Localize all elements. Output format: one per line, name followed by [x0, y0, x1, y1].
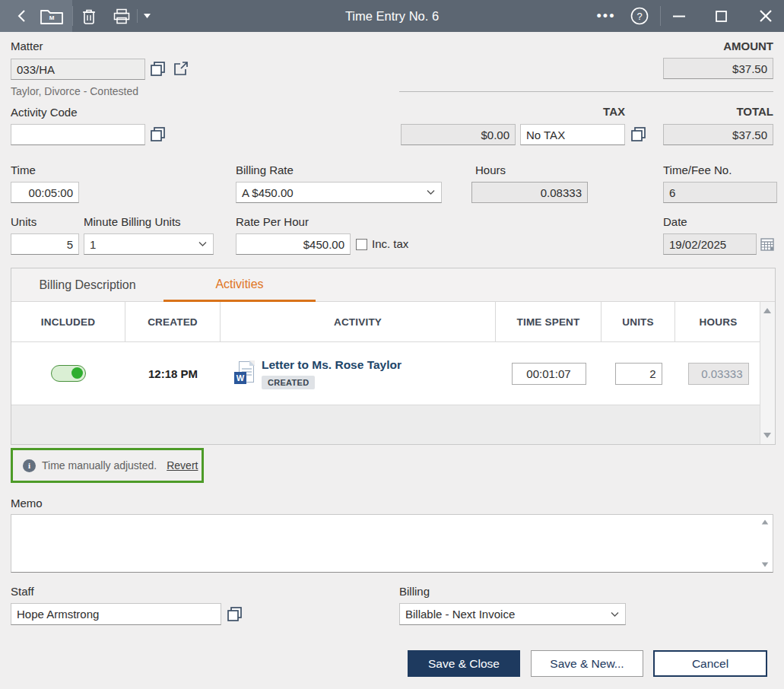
staff-browse-icon[interactable]	[227, 606, 243, 622]
matter-folder-button[interactable]: M	[37, 0, 67, 32]
activity-code-input[interactable]	[11, 124, 145, 145]
col-header-created: CREATED	[125, 302, 221, 341]
memo-scroll-down-icon[interactable]	[762, 563, 769, 567]
amount-field: $37.50	[663, 58, 773, 79]
matter-value: 033/HA	[17, 63, 55, 76]
table-header-row: INCLUDED CREATED ACTIVITY TIME SPENT UNI…	[11, 302, 761, 342]
tax-browse-icon[interactable]	[630, 126, 646, 142]
close-button[interactable]	[753, 0, 779, 32]
amount-label: AMOUNT	[663, 40, 773, 52]
staff-value: Hope Armstrong	[17, 608, 99, 621]
units-label: Units	[11, 215, 37, 228]
billing-rate-select[interactable]: A $450.00	[236, 182, 442, 203]
printer-icon	[113, 8, 130, 24]
minute-billing-units-select[interactable]: 1	[84, 233, 214, 255]
print-button[interactable]	[110, 0, 133, 32]
activity-name-link[interactable]: Letter to Ms. Rose Taylor	[262, 358, 402, 372]
maximize-button[interactable]	[708, 0, 734, 32]
time-fee-no-field: 6	[663, 182, 777, 203]
hours-label: Hours	[475, 164, 506, 176]
help-button[interactable]: ?	[628, 0, 651, 32]
units-input[interactable]: 5	[11, 233, 79, 255]
info-icon: i	[23, 459, 36, 472]
date-field[interactable]: 19/02/2025	[663, 233, 757, 255]
word-document-icon: W	[234, 361, 254, 386]
created-cell: 12:18 PM	[125, 342, 221, 405]
svg-text:?: ?	[636, 11, 642, 22]
help-icon: ?	[630, 7, 649, 25]
hours-value: 0.08333	[541, 186, 582, 199]
scroll-down-icon[interactable]	[763, 433, 771, 438]
activity-code-browse-icon[interactable]	[150, 126, 166, 142]
col-header-hours: HOURS	[675, 302, 761, 341]
tab-activities[interactable]: Activities	[163, 268, 316, 302]
rate-per-hour-label: Rate Per Hour	[236, 215, 309, 228]
activity-cell: W Letter to Ms. Rose Taylor CREATED	[221, 342, 496, 405]
back-chevron-icon	[17, 9, 26, 23]
more-options-button[interactable]: •••	[595, 0, 617, 32]
hours-field: 0.08333	[471, 182, 588, 203]
tax-code-value: No TAX	[526, 129, 565, 141]
table-scrollbar[interactable]	[760, 302, 775, 444]
time-adjusted-notice: i Time manually adjusted. Revert	[11, 448, 204, 483]
notice-text: Time manually adjusted.	[42, 459, 157, 472]
col-header-included: INCLUDED	[11, 302, 125, 341]
included-toggle[interactable]	[51, 365, 86, 382]
billing-select[interactable]: Billable - Next Invoice	[399, 603, 626, 625]
cancel-button[interactable]: Cancel	[653, 650, 767, 677]
tax-amount-value: $0.00	[481, 129, 509, 141]
minimize-button[interactable]	[666, 0, 692, 32]
billing-label: Billing	[399, 585, 430, 598]
amount-value: $37.50	[732, 62, 767, 75]
memo-label: Memo	[11, 497, 43, 510]
scroll-up-icon[interactable]	[763, 308, 771, 313]
save-close-button[interactable]: Save & Close	[408, 650, 520, 677]
print-dropdown-button[interactable]	[139, 0, 154, 32]
minute-billing-units-value: 1	[90, 238, 96, 251]
matter-description: Taylor, Divorce - Contested	[11, 85, 138, 97]
memo-textarea[interactable]	[11, 514, 773, 573]
open-matter-icon[interactable]	[173, 61, 189, 76]
time-spent-value: 00:01:07	[526, 367, 570, 380]
tax-label: TAX	[520, 105, 625, 118]
toggle-knob	[71, 367, 83, 379]
time-fee-no-label: Time/Fee No.	[663, 164, 732, 176]
save-new-button[interactable]: Save & New...	[531, 650, 643, 677]
total-field: $37.50	[663, 124, 773, 145]
table-empty-area	[11, 405, 761, 444]
staff-input[interactable]: Hope Armstrong	[11, 603, 221, 625]
tab-billing-description[interactable]: Billing Description	[11, 268, 163, 302]
rate-per-hour-input[interactable]: $450.00	[236, 233, 351, 255]
col-header-activity: ACTIVITY	[221, 302, 496, 341]
memo-scroll-up-icon[interactable]	[762, 520, 769, 525]
matter-field[interactable]: 033/HA	[11, 59, 145, 80]
units-value: 5	[67, 238, 73, 251]
included-cell	[11, 342, 125, 405]
created-badge: CREATED	[262, 376, 315, 389]
revert-link[interactable]: Revert	[167, 459, 198, 472]
time-input[interactable]: 00:05:00	[11, 182, 79, 203]
rate-per-hour-value: $450.00	[303, 238, 344, 251]
section-divider	[399, 91, 773, 92]
tax-code-input[interactable]: No TAX	[520, 124, 625, 145]
inc-tax-checkbox[interactable]	[356, 239, 367, 250]
ellipsis-icon: •••	[597, 8, 616, 24]
chevron-down-icon	[427, 190, 435, 195]
back-button[interactable]	[11, 0, 32, 32]
trash-icon	[82, 8, 96, 24]
matter-browse-icon[interactable]	[150, 61, 166, 77]
tab-strip: Billing Description Activities	[11, 268, 775, 302]
tax-amount-field: $0.00	[401, 124, 516, 145]
delete-button[interactable]	[78, 0, 100, 32]
time-spent-input[interactable]: 00:01:07	[512, 363, 586, 385]
row-units-value: 2	[649, 367, 655, 380]
date-value: 19/02/2025	[669, 238, 726, 251]
calendar-icon[interactable]	[760, 237, 774, 251]
staff-label: Staff	[11, 585, 34, 598]
billing-rate-value: A $450.00	[242, 186, 294, 199]
svg-text:M: M	[49, 14, 55, 21]
row-units-input[interactable]: 2	[615, 363, 662, 385]
time-label: Time	[11, 164, 36, 176]
chevron-down-icon	[611, 611, 619, 617]
total-value: $37.50	[732, 129, 767, 141]
